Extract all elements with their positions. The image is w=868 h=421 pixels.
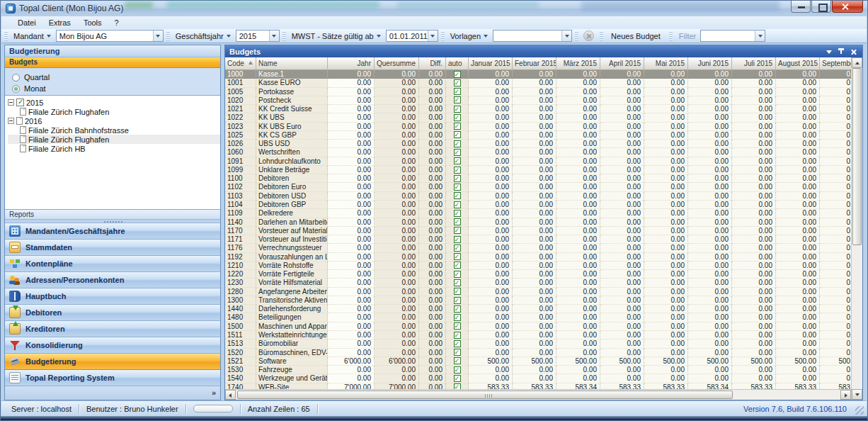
auto-checkbox-cell[interactable] — [446, 113, 469, 122]
mandant-dropdown-button[interactable]: Mandant — [10, 30, 55, 42]
cell[interactable]: 0.00 — [732, 140, 776, 148]
cell[interactable]: 0.00 — [419, 322, 446, 331]
cell[interactable]: 0.00 — [688, 218, 732, 227]
cell[interactable]: 583.33 — [469, 383, 513, 389]
cell[interactable]: 0.00 — [732, 218, 776, 227]
cell[interactable]: 0.00 — [556, 70, 600, 79]
cell[interactable]: Darlehensforderung — [256, 305, 328, 313]
cell[interactable]: UBS USD — [256, 140, 328, 148]
column-header-mai-2015[interactable]: Mai 2015 — [644, 57, 688, 69]
cell[interactable]: 0.00 — [419, 374, 446, 383]
cell[interactable]: 0.00 — [556, 131, 600, 140]
cell[interactable]: 583.34 — [688, 383, 732, 389]
table-row[interactable]: 1001Kasse EURO0.000.000.000.000.000.000.… — [225, 79, 851, 87]
cell[interactable]: 0.00 — [469, 218, 513, 227]
cell[interactable]: 6'000.00 — [375, 357, 419, 366]
cell[interactable]: 0.00 — [419, 79, 446, 87]
geschaeftsjahr-combo-arrow[interactable] — [269, 30, 279, 41]
cell[interactable]: 0.00 — [375, 201, 419, 209]
cell[interactable]: 0.00 — [600, 105, 644, 113]
cell[interactable]: 0.00 — [776, 131, 820, 140]
cell[interactable]: 0.00 — [556, 123, 600, 131]
cell[interactable]: 500.00 — [600, 357, 644, 366]
checked-checkbox-icon[interactable] — [454, 210, 461, 217]
cell[interactable]: 0.00 — [644, 140, 688, 148]
cell[interactable]: 0.00 — [328, 70, 375, 79]
column-header-märz-2015[interactable]: März 2015 — [556, 57, 600, 69]
table-row[interactable]: 1103Debitoren USD0.000.000.000.000.000.0… — [225, 192, 851, 201]
cell[interactable]: 0.00 — [469, 322, 513, 331]
cell[interactable]: Büromaschinen, EDV-Anl... — [256, 349, 328, 357]
cell[interactable]: 0.00 — [513, 201, 556, 209]
cell[interactable]: 0.00 — [644, 131, 688, 140]
cell[interactable]: 0.00 — [600, 349, 644, 357]
cell[interactable]: 0.00 — [732, 262, 776, 270]
cell[interactable]: 1170 — [225, 227, 256, 235]
cell[interactable]: 0.00 — [600, 140, 644, 148]
filter-combobox[interactable] — [700, 30, 765, 42]
cell[interactable]: 0.00 — [419, 296, 446, 305]
column-header-februar-2015[interactable]: Februar 2015 — [513, 57, 556, 69]
cell[interactable]: 0.00 — [820, 148, 851, 157]
cell[interactable]: 0.00 — [513, 322, 556, 331]
sidebar-item-hauptbuch[interactable]: Hauptbuch — [5, 288, 220, 305]
auto-checkbox-cell[interactable] — [446, 174, 469, 183]
checked-checkbox-icon[interactable] — [454, 184, 461, 191]
table-row[interactable]: 1099Unklare Beträge0.000.000.000.000.000… — [225, 166, 851, 174]
reports-section-header[interactable]: Reports — [5, 210, 220, 220]
cell[interactable]: 0.00 — [644, 174, 688, 183]
cell[interactable]: 0.00 — [556, 183, 600, 191]
cell[interactable]: 0.00 — [419, 88, 446, 96]
tree-node-2016[interactable]: 2016 — [8, 116, 220, 125]
cell[interactable]: 0.00 — [375, 140, 419, 148]
collapse-icon[interactable] — [8, 118, 14, 124]
cell[interactable]: 0.00 — [513, 166, 556, 174]
cell[interactable]: 0.00 — [732, 227, 776, 235]
cell[interactable]: 0.00 — [688, 235, 732, 244]
cell[interactable]: 583.33 — [513, 383, 556, 389]
vorlagen-dropdown-button[interactable]: Vorlagen — [447, 30, 491, 42]
cell[interactable]: 0.00 — [419, 183, 446, 191]
cell[interactable]: 0.00 — [820, 305, 851, 313]
minimize-button[interactable] — [791, 1, 811, 13]
cell[interactable]: 1091 — [225, 157, 256, 166]
cell[interactable]: 0.00 — [600, 270, 644, 279]
cell[interactable]: 0.00 — [820, 339, 851, 348]
auto-checkbox-cell[interactable] — [446, 209, 469, 218]
cell[interactable]: 0.00 — [375, 88, 419, 96]
cell[interactable]: 0.00 — [732, 105, 776, 113]
cell[interactable]: 1104 — [225, 201, 256, 209]
checked-checkbox-icon[interactable] — [454, 79, 461, 86]
cell[interactable]: 0.00 — [556, 96, 600, 105]
cell[interactable]: 0.00 — [469, 148, 513, 157]
column-header-januar-2015[interactable]: Januar 2015 — [469, 57, 513, 69]
auto-checkbox-cell[interactable] — [446, 166, 469, 174]
cell[interactable]: 0.00 — [600, 296, 644, 305]
table-row[interactable]: 1026UBS USD0.000.000.000.000.000.000.000… — [225, 140, 851, 148]
cell[interactable]: 0.00 — [600, 331, 644, 339]
auto-checkbox-cell[interactable] — [446, 305, 469, 313]
table-row[interactable]: 1021KK Credit Suisse0.000.000.000.000.00… — [225, 105, 851, 113]
checked-checkbox-icon[interactable] — [454, 332, 461, 339]
sidebar-item-adressen-personenkonten[interactable]: Adressen/Personenkonten — [5, 272, 220, 288]
cell[interactable]: 0.00 — [776, 253, 820, 262]
cell[interactable]: 7'000.00 — [375, 383, 419, 389]
cell[interactable]: 0.00 — [469, 209, 513, 218]
cell[interactable]: 0.00 — [776, 374, 820, 383]
cell[interactable]: 0.00 — [688, 105, 732, 113]
cell[interactable]: 583.33 — [732, 383, 776, 389]
cell[interactable]: 0.00 — [644, 244, 688, 252]
cell[interactable]: 500.00 — [732, 357, 776, 366]
cell[interactable]: 0.00 — [419, 166, 446, 174]
cell[interactable]: 0.00 — [600, 123, 644, 131]
cell[interactable]: 0.00 — [556, 157, 600, 166]
cell[interactable]: 0.00 — [469, 88, 513, 96]
cell[interactable]: 0.00 — [513, 105, 556, 113]
cell[interactable]: 0.00 — [469, 157, 513, 166]
cell[interactable]: 0.00 — [328, 105, 375, 113]
checked-checkbox-icon[interactable] — [454, 192, 461, 199]
cell[interactable]: 0.00 — [328, 244, 375, 252]
cell[interactable]: 0.00 — [556, 235, 600, 244]
cell[interactable]: 0.00 — [419, 105, 446, 113]
checked-checkbox-icon[interactable] — [454, 262, 461, 269]
